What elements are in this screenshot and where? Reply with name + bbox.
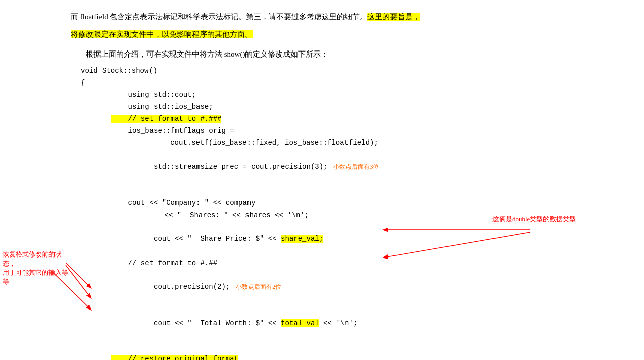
annotation-precision3: 小数点后面有3位 bbox=[333, 163, 379, 170]
code-line-14: cout.precision(2);小数点后面有2位 bbox=[111, 270, 624, 305]
summary-text: 根据上面的介绍，可在实现文件中将方法 show()的定义修改成如下所示： bbox=[71, 47, 624, 61]
left-annotation: 恢复格式修改前的状态， 用于可能其它的输入等等 bbox=[3, 250, 68, 286]
code-line-2: { bbox=[81, 77, 624, 89]
intro-highlight-1: 这里的要旨是， bbox=[367, 13, 420, 21]
code-line-10: cout << "Company: " << company bbox=[111, 197, 624, 210]
left-annotation-line2: 用于可能其它的输入等等 bbox=[3, 268, 68, 286]
code-line-13: // set format to #.## bbox=[111, 258, 624, 270]
code-block: void Stock::show() { using std::cout; us… bbox=[81, 65, 624, 360]
code-line-6: ios_base::fmtflags orig = bbox=[111, 125, 624, 137]
intro-paragraph-1: 而 floatfield 包含定点表示法标记和科学表示法标记。第三，请不要过多考… bbox=[71, 10, 624, 24]
page-container: 而 floatfield 包含定点表示法标记和科学表示法标记。第三，请不要过多考… bbox=[0, 0, 644, 360]
code-line-8: std::streamsize prec = cout.precision(3)… bbox=[111, 149, 624, 185]
intro-text-prefix: 而 floatfield 包含定点表示法标记和科学表示法标记。第三，请不要过多考… bbox=[71, 13, 367, 21]
code-line-9 bbox=[81, 185, 624, 197]
annotation-precision2: 小数点后面有2位 bbox=[236, 283, 281, 290]
code-line-3: using std::cout; bbox=[111, 89, 624, 101]
code-line-17: // restore original format bbox=[111, 353, 624, 360]
left-annotation-line1: 恢复格式修改前的状态， bbox=[3, 250, 68, 268]
code-line-5: // set format to #.### bbox=[111, 113, 624, 125]
code-line-16 bbox=[81, 341, 624, 353]
code-line-11: << " Shares: " << shares << '\n'; bbox=[126, 210, 624, 222]
intro-paragraph-2: 将修改限定在实现文件中，以免影响程序的其他方面。 bbox=[71, 28, 624, 41]
code-line-4: using std::ios_base; bbox=[111, 101, 624, 113]
code-line-12: cout << " Share Price: $" << share_val; bbox=[111, 221, 624, 257]
code-line-1: void Stock::show() bbox=[81, 65, 624, 77]
intro-highlight-2: 将修改限定在实现文件中，以免影响程序的其他方面。 bbox=[71, 30, 253, 38]
code-line-7: cout.setf(ios_base::fixed, ios_base::flo… bbox=[136, 137, 624, 149]
code-line-15: cout << " Total Worth: $" << total_val <… bbox=[111, 305, 624, 341]
